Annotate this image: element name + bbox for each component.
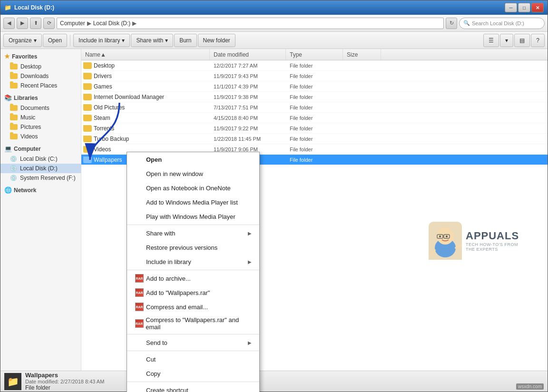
ctx-item-left: RAR Add to "Wallpapers.rar" bbox=[135, 288, 210, 297]
file-name-cell: Steam bbox=[81, 115, 210, 121]
context-menu-item[interactable]: Add to Windows Media Player list bbox=[127, 195, 259, 209]
preview-pane-button[interactable]: ▤ bbox=[514, 34, 530, 47]
context-menu-item[interactable]: Play with Windows Media Player bbox=[127, 209, 259, 224]
computer-label: Computer bbox=[14, 146, 41, 152]
context-menu-item[interactable]: Include in library ▶ bbox=[127, 255, 259, 269]
forward-button[interactable]: ▶ bbox=[17, 18, 28, 29]
path-sep-1: ▶ bbox=[87, 20, 91, 27]
address-refresh-button[interactable]: ↻ bbox=[446, 18, 457, 29]
sidebar-item-music[interactable]: Music bbox=[0, 113, 81, 122]
ctx-item-left: RAR Compress and email... bbox=[135, 302, 208, 312]
sidebar-item-videos[interactable]: Videos bbox=[0, 132, 81, 141]
context-menu-item[interactable]: Send to ▶ bbox=[127, 335, 259, 350]
col-header-type[interactable]: Type bbox=[286, 49, 343, 60]
window-title: Local Disk (D:) bbox=[14, 4, 54, 11]
sidebar-item-local-disk-c[interactable]: 💿 Local Disk (C:) bbox=[0, 154, 81, 164]
folder-icon bbox=[83, 146, 92, 153]
organize-arrow: ▾ bbox=[34, 37, 37, 44]
search-box[interactable]: 🔍 Search Local Disk (D:) bbox=[459, 18, 545, 29]
address-path[interactable]: Computer ▶ Local Disk (D:) ▶ bbox=[57, 18, 444, 29]
table-row[interactable]: Desktop 12/2/2017 7:27 AM File folder bbox=[81, 60, 548, 71]
sidebar-item-local-disk-d[interactable]: 💿 Local Disk (D:) bbox=[0, 164, 81, 173]
music-folder-icon bbox=[10, 115, 18, 120]
sidebar-item-downloads[interactable]: Downloads bbox=[0, 71, 81, 81]
file-type: File folder bbox=[286, 147, 343, 152]
ctx-item-left: RAR Add to archive... bbox=[135, 274, 191, 283]
file-name: Wallpapers bbox=[94, 157, 122, 163]
context-menu-item[interactable]: Open bbox=[127, 152, 259, 167]
ctx-item-left: Play with Windows Media Player bbox=[135, 212, 235, 221]
help-button[interactable]: ? bbox=[531, 34, 545, 47]
file-date: 11/9/2017 9:38 PM bbox=[210, 94, 286, 100]
table-row[interactable]: Turbo Backup 1/22/2018 11:45 PM File fol… bbox=[81, 134, 548, 144]
up-button[interactable]: ⬆ bbox=[30, 18, 41, 29]
context-menu-item[interactable]: RAR Compress to "Wallpapers.rar" and ema… bbox=[127, 314, 259, 333]
empty-icon bbox=[135, 169, 144, 178]
include-library-button[interactable]: Include in library ▾ bbox=[73, 34, 130, 47]
back-button[interactable]: ◀ bbox=[3, 18, 15, 29]
context-menu-item[interactable]: RAR Add to "Wallpapers.rar" bbox=[127, 285, 259, 300]
favorites-header[interactable]: ★ Favorites bbox=[0, 51, 81, 62]
context-menu-item[interactable]: Restore previous versions bbox=[127, 240, 259, 255]
status-bar: 📁 Wallpapers Date modified: 2/27/2018 8:… bbox=[0, 371, 548, 392]
local-disk-d-icon: 💿 bbox=[10, 165, 17, 172]
table-row[interactable]: Steam 4/15/2018 8:40 PM File folder bbox=[81, 113, 548, 123]
ctx-item-left: Include in library bbox=[135, 257, 191, 266]
context-menu-item[interactable]: Open in new window bbox=[127, 167, 259, 181]
sidebar: ★ Favorites Desktop Downloads Recent Pla… bbox=[0, 49, 81, 371]
column-headers: Name ▲ Date modified Type Size bbox=[81, 49, 548, 60]
view-details-button[interactable]: ☰ bbox=[483, 34, 499, 47]
table-row[interactable]: Games 11/1/2017 4:39 PM File folder bbox=[81, 81, 548, 92]
open-button[interactable]: Open bbox=[43, 34, 67, 47]
empty-icon bbox=[135, 197, 144, 207]
close-button[interactable]: ✕ bbox=[531, 3, 544, 12]
context-menu-separator bbox=[127, 351, 259, 351]
context-menu-item[interactable]: Share with ▶ bbox=[127, 226, 259, 240]
refresh-button[interactable]: ⟳ bbox=[43, 18, 55, 29]
context-menu-item[interactable]: Open as Notebook in OneNote bbox=[127, 181, 259, 195]
burn-label: Burn bbox=[179, 37, 191, 44]
file-name-cell: Games bbox=[81, 83, 210, 90]
sidebar-item-recent-places[interactable]: Recent Places bbox=[0, 81, 81, 90]
context-menu-item[interactable]: RAR Add to archive... bbox=[127, 271, 259, 285]
organize-label: Organize bbox=[9, 37, 32, 44]
minimize-button[interactable]: ─ bbox=[505, 3, 517, 12]
sidebar-item-documents[interactable]: Documents bbox=[0, 103, 81, 113]
context-menu-item[interactable]: Create shortcut bbox=[127, 383, 259, 392]
col-header-name[interactable]: Name ▲ bbox=[81, 49, 210, 60]
share-with-label: Share with bbox=[136, 37, 163, 44]
table-row[interactable]: Torrents 11/9/2017 9:22 PM File folder bbox=[81, 123, 548, 134]
col-header-date[interactable]: Date modified bbox=[210, 49, 286, 60]
music-label: Music bbox=[20, 114, 35, 121]
status-type: File folder bbox=[25, 384, 104, 391]
table-row[interactable]: Drivers 11/9/2017 9:43 PM File folder bbox=[81, 71, 548, 81]
recent-places-label: Recent Places bbox=[20, 82, 57, 89]
table-row[interactable]: Internet Download Manager 11/9/2017 9:38… bbox=[81, 92, 548, 102]
context-menu-item[interactable]: RAR Compress and email... bbox=[127, 300, 259, 314]
view-toggle-button[interactable]: ▾ bbox=[500, 34, 513, 47]
context-menu-separator bbox=[127, 225, 259, 225]
maximize-button[interactable]: □ bbox=[518, 3, 530, 12]
ctx-item-label: Create shortcut bbox=[146, 387, 188, 392]
view-buttons: ☰ ▾ ▤ ? bbox=[483, 34, 545, 47]
file-type: File folder bbox=[286, 63, 343, 69]
file-type: File folder bbox=[286, 115, 343, 121]
folder-icon bbox=[83, 115, 92, 121]
libraries-section: 📚 Libraries Documents Music Pictures bbox=[0, 92, 81, 141]
sidebar-item-pictures[interactable]: Pictures bbox=[0, 122, 81, 132]
context-menu-item[interactable]: Cut bbox=[127, 352, 259, 366]
toolbar-sep-1 bbox=[70, 35, 70, 46]
organize-button[interactable]: Organize ▾ bbox=[3, 34, 42, 47]
computer-header[interactable]: 💻 Computer bbox=[0, 143, 81, 154]
network-header[interactable]: 🌐 Network bbox=[0, 185, 81, 196]
sidebar-item-system-reserved[interactable]: 💿 System Reserved (F:) bbox=[0, 173, 81, 183]
col-header-size[interactable]: Size bbox=[343, 49, 381, 60]
burn-button[interactable]: Burn bbox=[174, 34, 196, 47]
sidebar-item-desktop[interactable]: Desktop bbox=[0, 62, 81, 71]
ctx-item-left: Cut bbox=[135, 354, 156, 364]
new-folder-button[interactable]: New folder bbox=[198, 34, 235, 47]
table-row[interactable]: Old Pictures 7/13/2017 7:51 PM File fold… bbox=[81, 102, 548, 113]
share-with-button[interactable]: Share with ▾ bbox=[131, 34, 173, 47]
context-menu-item[interactable]: Copy bbox=[127, 366, 259, 381]
libraries-header[interactable]: 📚 Libraries bbox=[0, 92, 81, 103]
